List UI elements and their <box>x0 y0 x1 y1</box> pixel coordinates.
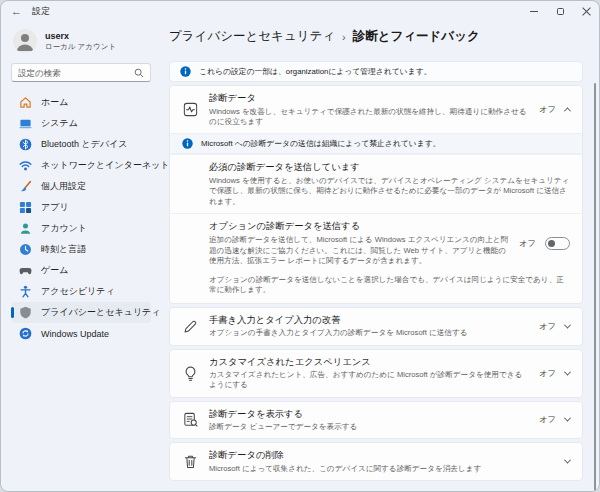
managed-banner: これらの設定の一部は、organizationによって管理されています。 <box>169 61 583 82</box>
search-input[interactable] <box>18 68 134 78</box>
sidebar-item-bluetooth[interactable]: Bluetooth とデバイス <box>11 134 151 155</box>
toggle-knob <box>548 240 555 247</box>
sidebar-item-privacy[interactable]: プライバシーとセキュリティ <box>11 302 151 323</box>
page-title: 診断とフィードバック <box>353 28 480 45</box>
back-button[interactable]: ← <box>11 5 22 17</box>
minimize-button[interactable] <box>521 1 547 21</box>
setting-title: 手書き入力とタイプ入力の改善 <box>209 314 529 327</box>
blocked-notice-text: Microsoft への診断データの送信は組織によって禁止されています。 <box>201 138 440 149</box>
setting-title: 診断データ <box>209 92 529 105</box>
toggle-status-label: オフ <box>519 238 536 249</box>
apps-icon <box>19 201 32 214</box>
sidebar-item-label: ネットワークとインターネット <box>41 159 170 172</box>
optional-diagnostic-toggle[interactable] <box>545 237 570 250</box>
sidebar-item-gaming[interactable]: ゲーム <box>11 260 151 281</box>
setting-description: オプションの手書き入力とタイプ入力の診断データを Microsoft に送信する <box>209 328 529 338</box>
sidebar-item-accounts[interactable]: アカウント <box>11 218 151 239</box>
settings-search[interactable] <box>11 63 151 82</box>
breadcrumb-separator: › <box>342 31 346 43</box>
breadcrumb-parent[interactable]: プライバシーとセキュリティ <box>169 28 335 45</box>
settings-content: これらの設定の一部は、organizationによって管理されています。 診断デ… <box>169 61 583 492</box>
sidebar-item-home[interactable]: ホーム <box>11 92 151 113</box>
chevron-down-icon[interactable] <box>564 415 571 422</box>
settings-window: ← 設定 userx ローカル アカウント <box>0 0 600 492</box>
optional-diagnostic-row: オプションの診断データを送信する 追加の診断データを送信して、Microsoft… <box>170 213 582 272</box>
diagnostic-data-header[interactable]: 診断データ Windows を改善し、セキュリティで保護された最新の状態を維持し… <box>170 86 582 133</box>
sidebar-item-apps[interactable]: アプリ <box>11 197 151 218</box>
breadcrumb: プライバシーとセキュリティ › 診断とフィードバック <box>169 28 583 45</box>
sidebar-item-time-language[interactable]: 時刻と言語 <box>11 239 151 260</box>
sidebar-item-label: 個人用設定 <box>41 180 86 193</box>
chevron-down-icon[interactable] <box>564 457 571 464</box>
sidebar-nav: ホーム システム Bluetooth とデバイス ネットワークとインターネット … <box>11 92 151 344</box>
sidebar: userx ローカル アカウント ホーム システム <box>1 21 159 492</box>
setting-title: 診断データの削除 <box>209 449 546 462</box>
sidebar-item-label: システム <box>41 117 78 130</box>
personalization-icon <box>19 180 32 193</box>
setting-row[interactable]: 診断データの削除 Microsoft によって収集された、このデバイスに関する診… <box>170 443 582 480</box>
sidebar-item-label: ホーム <box>41 96 68 109</box>
optional-diagnostic-description: 追加の診断データを送信して、Microsoft による Windows エクスペ… <box>209 235 509 267</box>
sidebar-item-system[interactable]: システム <box>11 113 151 134</box>
chevron-down-icon[interactable] <box>564 321 571 328</box>
sidebar-item-personalization[interactable]: 個人用設定 <box>11 176 151 197</box>
user-account[interactable]: userx ローカル アカウント <box>13 29 151 53</box>
windows-update-icon <box>19 327 32 340</box>
user-account-type: ローカル アカウント <box>45 42 116 52</box>
sidebar-item-label: プライバシーとセキュリティ <box>41 306 161 319</box>
user-name: userx <box>45 31 116 41</box>
setting-card-tailored-experiences: カスタマイズされたエクスペリエンス カスタマイズされたヒント、広告、おすすめのた… <box>169 349 583 398</box>
home-icon <box>19 96 32 109</box>
avatar <box>13 29 37 53</box>
sidebar-item-network[interactable]: ネットワークとインターネット <box>11 155 151 176</box>
required-diagnostic-description: Windows を使用すると、お使いのデバイスでは、デバイスとオペレーティング … <box>209 176 570 208</box>
shield-icon <box>19 306 32 319</box>
chevron-down-icon[interactable] <box>564 368 571 375</box>
system-icon <box>19 117 32 130</box>
sidebar-item-label: アカウント <box>41 222 87 235</box>
setting-description: カスタマイズされたヒント、広告、おすすめのために Microsoft が診断デー… <box>209 370 529 391</box>
sidebar-item-label: 時刻と言語 <box>41 243 86 256</box>
accounts-icon <box>19 222 32 235</box>
time-language-icon <box>19 243 32 256</box>
trash-icon <box>182 453 199 470</box>
sidebar-item-label: アクセシビリティ <box>41 285 115 298</box>
maximize-button[interactable] <box>547 1 573 21</box>
chevron-up-icon[interactable] <box>564 107 571 114</box>
setting-row[interactable]: カスタマイズされたエクスペリエンス カスタマイズされたヒント、広告、おすすめのた… <box>170 350 582 397</box>
status-label: オフ <box>539 321 556 332</box>
sidebar-item-label: ゲーム <box>41 264 68 277</box>
setting-card-view-diagnostic-data: 診断データを表示する 診断データ ビューアーでデータを表示する オフ <box>169 401 583 440</box>
managed-banner-text: これらの設定の一部は、organizationによって管理されています。 <box>199 66 432 77</box>
network-icon <box>19 159 32 172</box>
diagnostics-icon <box>182 101 199 118</box>
minimize-icon <box>530 11 538 12</box>
main-panel: プライバシーとセキュリティ › 診断とフィードバック これらの設定の一部は、or… <box>159 21 599 492</box>
search-icon <box>134 68 144 78</box>
scrollbar[interactable] <box>594 83 597 492</box>
status-label: オフ <box>539 414 556 425</box>
setting-card-inking-typing: 手書き入力とタイプ入力の改善 オプションの手書き入力とタイプ入力の診断データを … <box>169 307 583 346</box>
close-button[interactable] <box>573 1 599 21</box>
close-icon <box>582 7 591 16</box>
accessibility-icon <box>19 285 32 298</box>
user-icon <box>13 29 37 53</box>
setting-description: Microsoft によって収集された、このデバイスに関する診断データを消去しま… <box>209 464 546 474</box>
sidebar-item-label: アプリ <box>41 201 69 214</box>
setting-description: 診断データ ビューアーでデータを表示する <box>209 422 529 432</box>
view-data-icon <box>182 411 199 428</box>
sidebar-item-windows-update[interactable]: Windows Update <box>11 323 151 344</box>
sidebar-item-label: Windows Update <box>41 329 109 339</box>
setting-card-delete-diagnostic-data: 診断データの削除 Microsoft によって収集された、このデバイスに関する診… <box>169 442 583 481</box>
sidebar-item-accessibility[interactable]: アクセシビリティ <box>11 281 151 302</box>
required-diagnostic-title: 必須の診断データを送信しています <box>209 161 570 174</box>
gaming-icon <box>19 264 32 277</box>
sidebar-item-label: Bluetooth とデバイス <box>41 138 128 151</box>
titlebar: ← 設定 <box>1 1 599 21</box>
setting-row[interactable]: 診断データを表示する 診断データ ビューアーでデータを表示する オフ <box>170 402 582 439</box>
optional-diagnostic-note: オプションの診断データを送信しないことを選択した場合でも、デバイスは同じように安… <box>170 273 582 303</box>
bluetooth-icon <box>19 138 32 151</box>
pen-icon <box>182 318 199 335</box>
setting-row[interactable]: 手書き入力とタイプ入力の改善 オプションの手書き入力とタイプ入力の診断データを … <box>170 308 582 345</box>
optional-diagnostic-title: オプションの診断データを送信する <box>209 220 509 233</box>
